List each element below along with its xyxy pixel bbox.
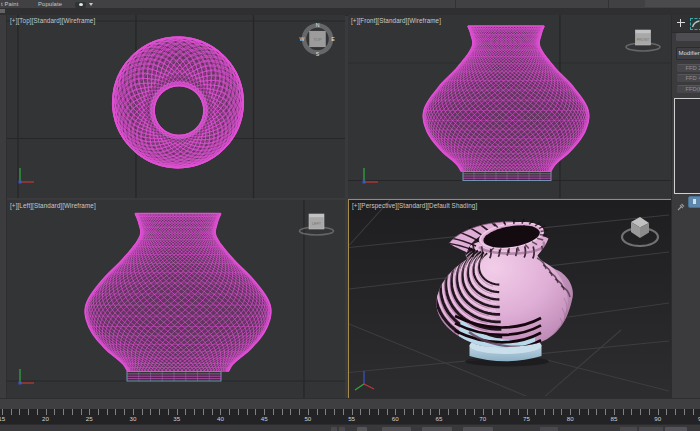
- status-button-stub: [665, 427, 687, 431]
- ruler-frame-label: 35: [173, 415, 180, 422]
- ruler-tick: [203, 409, 204, 415]
- ruler-tick: [334, 409, 335, 415]
- vase-wireframe-top[interactable]: [112, 36, 243, 167]
- ribbon-dropdown-caret-icon[interactable]: [89, 3, 93, 6]
- vase-shaded-3d[interactable]: [417, 214, 579, 368]
- viewport-top[interactable]: NSWETOP [+][Top][Standard][Wireframe]: [7, 15, 345, 198]
- viewport-perspective-label[interactable]: [+][Perspective][Standard][Default Shadi…: [352, 202, 477, 209]
- ribbon-minimize-handle[interactable]: [0, 9, 5, 13]
- ruler-tick: [72, 409, 73, 415]
- pin-stack-icon[interactable]: [677, 197, 685, 205]
- ruler-frame-label: 20: [42, 415, 49, 422]
- modifier-ffdbox-button[interactable]: FFD(bo: [677, 85, 700, 93]
- ruler-tick: [553, 409, 554, 415]
- svg-text:N: N: [316, 21, 320, 27]
- coord-field-stub: [463, 427, 493, 431]
- ruler-tick: [325, 409, 326, 415]
- ribbon-separator: [608, 0, 609, 8]
- timeline-ruler[interactable]: 1520253035404550556065707580859095: [0, 409, 700, 424]
- ruler-frame-label: 30: [130, 415, 137, 422]
- ribbon-bar: [0, 0, 700, 8]
- ruler-frame-label: 50: [304, 415, 311, 422]
- vase-wireframe[interactable]: [85, 214, 271, 372]
- ruler-tick: [317, 409, 318, 415]
- base-cylinder-wireframe[interactable]: [127, 372, 221, 382]
- ruler-tick: [492, 409, 493, 415]
- ruler-frame-label: 15: [0, 415, 5, 422]
- ruler-tick: [448, 409, 449, 415]
- ruler-tick: [229, 409, 230, 415]
- ruler-tick: [63, 409, 64, 415]
- ribbon-group-stub: [645, 0, 700, 7]
- ruler-tick: [369, 409, 370, 415]
- command-panel: Modifier Li FFD 2x2 FFD 4x4 FFD(bo: [671, 15, 700, 399]
- ruler-tick: [474, 409, 475, 415]
- ruler-tick: [81, 409, 82, 415]
- modify-tab-icon[interactable]: [690, 18, 700, 30]
- viewcube-icon[interactable]: NSWETOP: [300, 21, 336, 56]
- viewport-left-label[interactable]: [+][Left][Standard][Wireframe]: [10, 202, 96, 209]
- ruler-frame-label: 45: [261, 415, 268, 422]
- svg-text:S: S: [316, 51, 320, 57]
- ruler-tick: [596, 409, 597, 415]
- world-axis-tripod-icon: [355, 371, 374, 390]
- ruler-tick: [19, 409, 20, 415]
- ruler-tick: [579, 409, 580, 415]
- status-bar: [0, 424, 700, 431]
- ruler-tick: [290, 409, 291, 415]
- svg-text:E: E: [331, 36, 335, 42]
- ruler-tick: [422, 409, 423, 415]
- modifier-ffd4-button[interactable]: FFD 4x4: [677, 74, 700, 82]
- modifier-ffd2-button[interactable]: FFD 2x2: [677, 64, 700, 72]
- coord-field-stub: [422, 427, 452, 431]
- command-panel-tabs: [672, 15, 700, 33]
- ruler-tick: [561, 409, 562, 415]
- viewport-front-label[interactable]: [+][Front][Standard][Wireframe]: [351, 17, 441, 24]
- ruler-tick: [98, 409, 99, 415]
- svg-text:TOP: TOP: [313, 36, 321, 41]
- ruler-tick: [588, 409, 589, 415]
- ruler-tick: [360, 409, 361, 415]
- status-icon-stub: [540, 427, 558, 431]
- vase-wireframe[interactable]: [423, 26, 588, 172]
- viewcube-icon[interactable]: [622, 217, 658, 246]
- 3ds-max-window: t Paint Populate NSWETOP [+][Top][Standa…: [0, 0, 700, 431]
- create-tab-plus-icon[interactable]: [676, 18, 685, 27]
- viewcube-icon[interactable]: FRONT: [626, 30, 660, 51]
- ruler-tick: [509, 409, 510, 415]
- viewport-layout-tab-bar[interactable]: [0, 15, 7, 399]
- base-cylinder-wireframe[interactable]: [463, 171, 551, 180]
- status-icon-stub: [339, 427, 345, 431]
- viewport-top-label[interactable]: [+][Top][Standard][Wireframe]: [10, 17, 95, 24]
- show-end-result-button[interactable]: [688, 196, 700, 208]
- ruler-tick: [378, 409, 379, 415]
- viewport-left[interactable]: LEFT [+][Left][Standard][Wireframe]: [7, 200, 345, 398]
- ruler-tick: [194, 409, 195, 415]
- ruler-frame-label: 75: [523, 415, 530, 422]
- ruler-tick: [150, 409, 151, 415]
- viewport-front[interactable]: FRONT [+][Front][Standard][Wireframe]: [348, 15, 671, 198]
- modifier-stack-box[interactable]: [674, 98, 700, 194]
- ruler-tick: [282, 409, 283, 415]
- modifier-list-dropdown[interactable]: Modifier Li: [676, 47, 700, 60]
- ruler-tick: [675, 409, 676, 415]
- ribbon-tool-icon[interactable]: [75, 2, 86, 8]
- viewport-perspective[interactable]: [+][Perspective][Standard][Default Shadi…: [348, 199, 673, 400]
- ruler-tick: [465, 409, 466, 415]
- ruler-frame-label: 70: [479, 415, 486, 422]
- object-name-field[interactable]: [676, 33, 700, 41]
- ruler-tick: [159, 409, 160, 415]
- coord-field-stub: [382, 427, 411, 431]
- ruler-tick: [299, 409, 300, 415]
- ruler-tick: [457, 409, 458, 415]
- ruler-tick: [693, 409, 694, 415]
- ruler-frame-label: 25: [86, 415, 93, 422]
- ribbon-tab-populate[interactable]: Populate: [38, 0, 62, 8]
- ruler-tick: [631, 409, 632, 415]
- status-icon-stub: [331, 427, 337, 431]
- ruler-frame-label: 55: [348, 415, 355, 422]
- ruler-tick: [247, 409, 248, 415]
- ribbon-tab-object-paint[interactable]: t Paint: [1, 0, 18, 8]
- status-button-stub: [620, 427, 637, 431]
- world-axis-tripod-icon: [363, 168, 379, 184]
